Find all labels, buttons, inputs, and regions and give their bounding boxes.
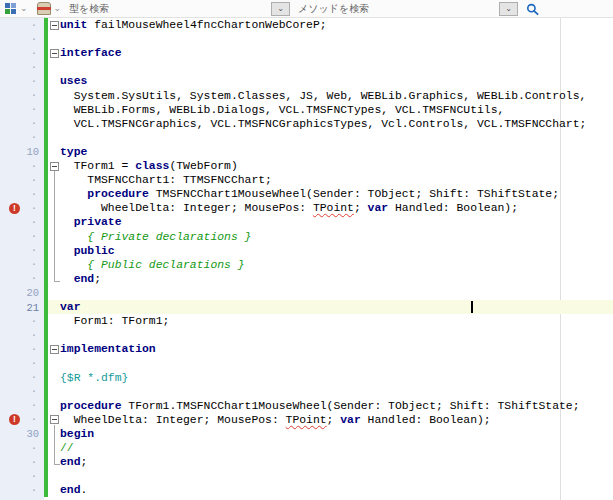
code-segment: {$R *.dfm} [60,372,128,384]
code-segment: TForm1 = [60,160,135,172]
code-line[interactable]: VCL.TMSFNCGraphics, VCL.TMSFNCGraphicsTy… [60,117,586,131]
code-segment: WheelDelta: Integer; MousePos: [60,414,286,426]
code-segment: (TWebForm) [169,160,237,172]
code-line[interactable]: WheelDelta: Integer; MousePos: TPoint; v… [60,413,491,427]
code-segment: procedure [60,400,122,412]
code-line[interactable]: unit failMouseWheel4fncChartonWebCoreP; [60,18,327,32]
code-segment: System.SysUtils, System.Classes, JS, Web… [60,90,586,102]
code-line[interactable]: uses [60,74,87,88]
code-segment: procedure [87,188,149,200]
code-segment: class [135,160,169,172]
code-line[interactable]: interface [60,46,122,60]
code-segment: Handled: Boolean); [361,414,491,426]
code-line[interactable]: TForm1 = class(TWebForm) [60,159,238,173]
code-line[interactable]: { Private declarations } [60,230,251,244]
code-segment: var [60,301,81,313]
code-line[interactable]: var [60,300,81,314]
code-line[interactable]: TMSFNCChart1: TTMSFNCChart; [60,173,272,187]
code-segment [60,245,74,257]
code-line[interactable]: procedure TForm1.TMSFNCChart1MouseWheel(… [60,399,580,413]
code-line[interactable]: end; [60,272,101,286]
code-line[interactable]: // [60,441,74,455]
code-line[interactable]: Form1: TForm1; [60,314,169,328]
code-segment: ; [327,414,341,426]
code-segment: WheelDelta: Integer; MousePos: [60,202,313,214]
method-search-dropdown-button[interactable]: ⌄ [499,2,518,16]
class-browser-icon[interactable] [4,3,17,15]
code-segment [60,216,74,228]
code-segment: implementation [60,343,156,355]
print-icon[interactable] [37,2,51,15]
code-line[interactable]: System.SysUtils, System.Classes, JS, Web… [60,89,586,103]
code-segment: . [81,484,88,496]
code-segment: VCL.TMSFNCGraphics, VCL.TMSFNCGraphicsTy… [60,118,586,130]
code-segment: TMSFNCChart1MouseWheel(Sender: TObject; … [149,188,559,200]
code-line[interactable]: begin [60,427,94,441]
code-line[interactable]: procedure TMSFNCChart1MouseWheel(Sender:… [60,187,559,201]
code-line[interactable]: WheelDelta: Integer; MousePos: TPoint; v… [60,201,518,215]
code-segment: TPoint [286,414,327,426]
code-segment: interface [60,47,122,59]
code-segment [60,273,74,285]
code-segment: TForm1.TMSFNCChart1MouseWheel(Sender: TO… [122,400,580,412]
code-segment: public [74,245,115,257]
code-segment: TPoint [313,202,354,214]
editor-toolbar: ⌄ ⌄ 型を検索 ⌄ メソッドを検索 ⌄ [0,0,613,18]
code-line[interactable]: end; [60,455,87,469]
code-segment: // [60,442,74,454]
code-segment: uses [60,75,87,87]
code-segment: ; [94,273,101,285]
code-segment: Handled: Boolean); [388,202,518,214]
code-line[interactable]: WEBLib.Forms, WEBLib.Dialogs, VCL.TMSFNC… [60,103,504,117]
code-segment: type [60,146,87,158]
type-search-input[interactable]: 型を検索 [69,2,271,16]
code-segment: Form1: TForm1; [60,315,169,327]
code-segment: failMouseWheel4fncChartonWebCoreP; [87,19,326,31]
chevron-down-icon[interactable]: ⌄ [20,1,28,16]
code-line[interactable]: end. [60,483,87,497]
chevron-down-icon[interactable]: ⌄ [54,1,62,16]
code-segment: var [368,202,389,214]
code-line[interactable]: type [60,145,87,159]
code-line[interactable]: private [60,215,122,229]
code-segment: end [74,273,95,285]
type-search-dropdown-button[interactable]: ⌄ [271,2,290,16]
code-segment: ; [354,202,368,214]
code-segment: { Public declarations } [60,259,245,271]
code-segment: end [60,456,81,468]
method-search-input[interactable]: メソッドを検索 [298,2,499,16]
code-segment: end [60,484,81,496]
text-caret [471,301,473,313]
code-segment: { Private declarations } [60,231,251,243]
code-lines[interactable]: unit failMouseWheel4fncChartonWebCoreP;i… [0,18,613,500]
code-segment: TMSFNCChart1: TTMSFNCChart; [60,174,272,186]
code-line[interactable]: {$R *.dfm} [60,371,128,385]
code-editor[interactable]: ·········10·········2021········30····!!… [0,18,613,500]
code-line[interactable]: { Public declarations } [60,258,245,272]
code-segment: ; [81,456,88,468]
code-segment: WEBLib.Forms, WEBLib.Dialogs, VCL.TMSFNC… [60,104,504,116]
code-segment: var [340,414,361,426]
code-segment: begin [60,428,94,440]
code-line[interactable]: implementation [60,342,156,356]
code-segment: private [74,216,122,228]
code-line[interactable]: public [60,244,115,258]
code-segment [60,188,87,200]
code-segment: unit [60,19,87,31]
search-icon[interactable] [526,2,539,15]
